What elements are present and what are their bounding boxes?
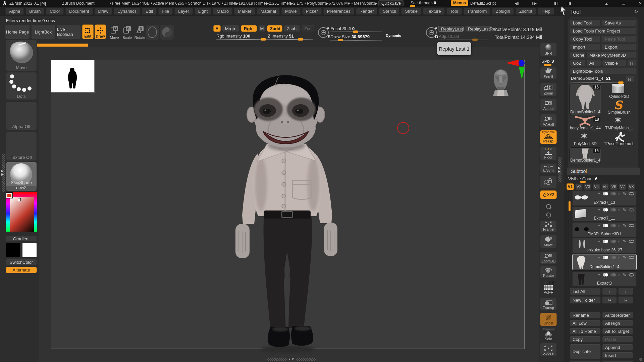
visibility-eye-icon[interactable] <box>629 273 634 277</box>
tool-thumb-simplebrush[interactable]: S SimpleBrush <box>602 100 636 115</box>
tool-thumb-demosoldier[interactable]: 16 DemoSoldier1_4 <box>570 84 601 115</box>
zcut-toggle[interactable]: Zcut <box>301 25 315 32</box>
persp-button[interactable]: Dynamic Persp <box>540 130 557 144</box>
menu-item-preferences[interactable]: Preferences <box>323 8 354 15</box>
paste-subtool-button[interactable]: Paste <box>602 336 633 343</box>
subtool-flip-icon[interactable] <box>598 209 600 211</box>
z-intensity-knob[interactable] <box>298 38 303 41</box>
color-saturation-square[interactable] <box>10 197 34 232</box>
menu-item-render[interactable]: Render <box>356 8 378 15</box>
subtool-flip-icon[interactable] <box>598 274 600 276</box>
secondary-color-swatch[interactable] <box>22 243 37 257</box>
all-low-button[interactable]: All Low <box>570 320 601 326</box>
menu-item-material[interactable]: Material <box>257 8 280 15</box>
current-texture-slot[interactable]: Texture Off <box>6 132 37 161</box>
bpr-button[interactable]: BPR <box>540 43 557 56</box>
z-intensity-track[interactable] <box>268 39 313 40</box>
all-to-target-button[interactable]: All To Target <box>602 328 633 335</box>
visibility-eye-icon[interactable] <box>629 192 634 195</box>
subtool-row-extract7-11[interactable]: ◐✎ Extract7_11 <box>572 206 637 222</box>
save-as-button[interactable]: Save As <box>602 19 636 26</box>
subtool-up-button[interactable]: ↑ <box>602 288 617 295</box>
make-polymesh3d-button[interactable]: Make PolyMesh3D <box>586 52 636 58</box>
menu-item-draw[interactable]: Draw <box>95 8 112 15</box>
zadd-toggle[interactable]: Zadd <box>267 25 282 32</box>
canvas-hscroll-left[interactable] <box>267 358 287 361</box>
displacement-icon[interactable]: ◐ <box>618 255 621 259</box>
subtool-tab-v6[interactable]: V6 <box>610 183 618 190</box>
goz-visible-button[interactable]: Visible <box>602 60 626 66</box>
subtool-row-icons[interactable]: ◐✎ <box>590 208 634 212</box>
menu-item-light[interactable]: Light <box>195 8 211 15</box>
alternate-button[interactable]: Alternate <box>6 267 37 273</box>
quicksave-button[interactable]: QuickSave <box>378 0 404 6</box>
menu-item-stroke[interactable]: Stroke <box>401 8 421 15</box>
displacement-icon[interactable]: ◐ <box>618 208 621 212</box>
displacement-icon[interactable]: ◐ <box>618 224 621 228</box>
visibility-eye-icon[interactable] <box>629 224 634 227</box>
current-brush-well[interactable]: Move <box>6 39 37 71</box>
subtool-tab-v1[interactable]: V1 <box>567 183 574 190</box>
visibility-eye-icon[interactable] <box>629 256 634 259</box>
menu-item-brush[interactable]: Brush <box>25 8 44 15</box>
rotate3d-button[interactable]: Rotate <box>540 266 557 279</box>
scale-tool-button[interactable]: S Scale <box>121 25 133 40</box>
lightbox-button[interactable]: LightBox <box>31 24 55 39</box>
displacement-icon[interactable]: ◐ <box>618 239 621 243</box>
subtool-tab-v3[interactable]: V3 <box>584 183 591 190</box>
visibility-eye-icon[interactable] <box>629 240 634 243</box>
current-stroke-well[interactable] <box>160 25 174 40</box>
menu-item-movie[interactable]: Movie <box>281 8 301 15</box>
uv-icon[interactable] <box>610 207 616 213</box>
menus-button[interactable]: Menus <box>451 0 468 6</box>
draw-button[interactable]: Draw <box>95 24 106 39</box>
rename-button[interactable]: Rename <box>570 312 601 318</box>
polyf-button[interactable]: PolyF <box>540 284 557 295</box>
edit-button[interactable]: Edit <box>82 24 94 39</box>
z-intensity-slider[interactable]: Z Intensity 51 <box>268 34 294 39</box>
current-tool-track[interactable] <box>570 82 623 83</box>
current-tool-r-button[interactable]: R <box>625 76 634 82</box>
paint-brush-icon[interactable]: ✎ <box>623 273 626 277</box>
append-button[interactable]: Append <box>602 344 633 351</box>
scroll-button[interactable]: Scroll <box>540 67 557 80</box>
subtool-row-extract7-13[interactable]: ◐✎ Extract7_13 <box>572 190 637 206</box>
menu-item-marker[interactable]: Marker <box>234 8 255 15</box>
paint-brush-icon[interactable]: ✎ <box>623 208 626 212</box>
shelf-right-icon[interactable]: ⫴▶ <box>532 1 537 6</box>
uv-icon[interactable] <box>610 238 616 244</box>
visibility-eye-icon[interactable] <box>629 208 634 212</box>
polypaint-icon[interactable] <box>603 254 608 260</box>
folder-move-in-button[interactable]: ↳ <box>618 296 633 304</box>
copy-subtool-button[interactable]: Copy <box>570 336 601 343</box>
subtool-row-demosoldier-selected[interactable]: ◐✎ DemoSoldier1_4 <box>572 254 637 270</box>
solo-button[interactable]: Solo <box>540 331 557 342</box>
uv-icon[interactable] <box>610 254 616 260</box>
zoom-button[interactable]: Zoom <box>540 83 557 96</box>
subtool-row-icons[interactable]: ◐✎ <box>590 239 634 243</box>
goz-r-button[interactable]: R <box>627 60 636 66</box>
paint-brush-icon[interactable]: ✎ <box>623 192 626 196</box>
tool-thumb-tmpolymesh[interactable]: ✶ TMPolyMesh_1 <box>602 116 636 131</box>
draw-size-slider[interactable]: Draw Size 30.69679 <box>330 34 370 39</box>
live-boolean-button[interactable]: Live Boolean <box>57 24 81 39</box>
subtool-row-icons[interactable]: ◐✎ <box>590 273 634 277</box>
current-stroke-type-well[interactable]: Dots <box>6 72 37 100</box>
current-tool-knob[interactable] <box>618 81 624 84</box>
replay-last-button[interactable]: ReplayLast <box>438 26 464 32</box>
rgb-toggle[interactable]: Rgb <box>241 25 257 32</box>
xpose-button[interactable]: Xpose <box>540 343 557 356</box>
replay-last-rel-button[interactable]: ReplayLastRel <box>465 26 492 32</box>
paint-brush-icon[interactable]: ✎ <box>623 255 626 259</box>
menu-item-stencil[interactable]: Stencil <box>379 8 399 15</box>
focal-shift-knob[interactable] <box>353 31 358 33</box>
rotate-tool-button[interactable]: R Rotate <box>134 25 146 40</box>
zsub-toggle[interactable]: Zsub <box>284 25 300 32</box>
move-tool-button[interactable]: M Move <box>108 25 120 40</box>
subtool-tab-v7[interactable]: V7 <box>619 183 626 190</box>
frame-button[interactable]: Frame <box>540 220 557 232</box>
menu-item-macro[interactable]: Macro <box>213 8 232 15</box>
subtool-tab-v4[interactable]: V4 <box>593 183 600 190</box>
menu-item-zplugin[interactable]: Zplugin <box>492 8 514 15</box>
color-picker[interactable] <box>6 192 37 235</box>
